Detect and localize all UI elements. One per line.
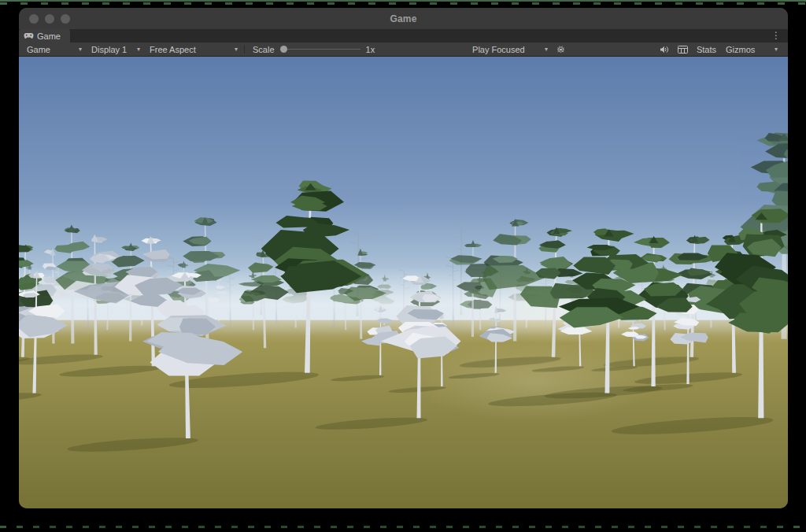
background-artifact-top-dashes — [0, 2, 806, 5]
aspect-label: Free Aspect — [150, 45, 196, 54]
gamepad-icon — [24, 32, 34, 39]
toolbar-separator — [244, 45, 245, 54]
bug-icon — [556, 45, 565, 54]
kebab-icon: ⋮ — [771, 30, 781, 41]
chevron-down-icon: ▾ — [137, 46, 140, 53]
game-mode-dropdown[interactable]: Game ▾ — [22, 42, 87, 56]
tab-label: Game — [37, 31, 61, 41]
gizmos-dropdown[interactable]: Gizmos ▾ — [721, 42, 782, 56]
chevron-down-icon: ▾ — [235, 46, 238, 53]
scale-control: Scale 1x — [246, 45, 381, 54]
game-mode-label: Game — [27, 45, 50, 54]
play-mode-label: Play Focused — [472, 45, 525, 54]
aspect-ratio-dropdown[interactable]: Free Aspect ▾ — [145, 42, 242, 56]
scale-slider-knob[interactable] — [280, 46, 287, 53]
display-dropdown[interactable]: Display 1 ▾ — [87, 42, 145, 56]
play-mode-dropdown[interactable]: Play Focused ▾ — [468, 42, 553, 56]
background-artifact-top — [0, 0, 806, 2]
desktop-background: Game Game ⋮ Game ▾ Disp — [0, 0, 806, 532]
toolbar-right-group: Stats Gizmos ▾ — [656, 42, 782, 56]
chevron-down-icon: ▾ — [79, 46, 82, 53]
stats-button[interactable]: Stats — [692, 42, 721, 56]
stats-label: Stats — [697, 45, 716, 54]
mute-audio-button[interactable] — [656, 42, 674, 56]
scale-value: 1x — [366, 45, 375, 54]
debug-toggle-button[interactable] — [553, 42, 569, 56]
window-title: Game — [19, 13, 788, 24]
background-artifact-bottom-dashes — [0, 526, 806, 528]
speaker-icon — [660, 46, 670, 54]
aspect-grid-button[interactable] — [674, 42, 692, 56]
rendered-forest-scene — [19, 57, 788, 508]
close-button[interactable] — [29, 14, 39, 24]
game-viewport[interactable] — [19, 57, 788, 508]
scale-slider[interactable] — [280, 45, 360, 54]
display-label: Display 1 — [91, 45, 127, 54]
zoom-button[interactable] — [61, 14, 70, 24]
traffic-lights — [29, 14, 70, 24]
grid-icon — [678, 46, 688, 54]
minimize-button[interactable] — [45, 14, 54, 24]
tab-strip: Game ⋮ — [19, 29, 788, 42]
scale-label: Scale — [253, 45, 275, 54]
window-titlebar[interactable]: Game — [19, 8, 788, 29]
game-window: Game Game ⋮ Game ▾ Disp — [19, 8, 788, 508]
gizmos-label: Gizmos — [726, 45, 755, 54]
chevron-down-icon: ▾ — [545, 46, 548, 53]
pane-menu-button[interactable]: ⋮ — [764, 29, 788, 42]
tab-game[interactable]: Game — [19, 29, 70, 42]
game-view-toolbar: Game ▾ Display 1 ▾ Free Aspect ▾ Scale 1… — [19, 42, 788, 57]
chevron-down-icon: ▾ — [775, 46, 778, 53]
